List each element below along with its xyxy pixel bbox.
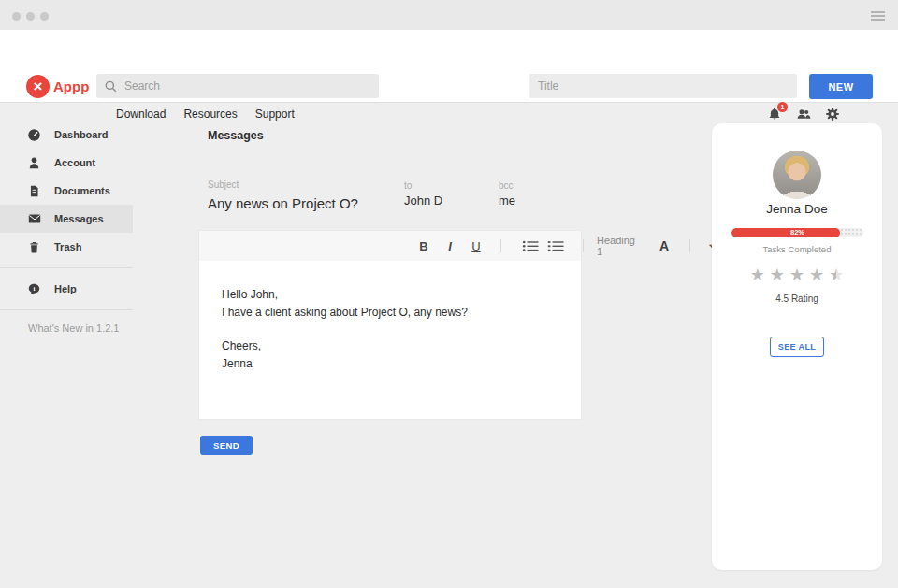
message-line: Hello John, bbox=[222, 286, 468, 304]
tasks-progress-value: 82% bbox=[731, 228, 863, 237]
profile-card: Jenna Doe 82% Tasks Completed ★ ★ ★ ★ ★★… bbox=[712, 123, 882, 570]
title-input[interactable] bbox=[538, 79, 788, 93]
app-logo[interactable]: × Appp bbox=[26, 75, 89, 98]
message-editor: B I U bbox=[199, 231, 581, 419]
window-controls[interactable] bbox=[12, 12, 49, 21]
sidebar-item-help[interactable]: i Help bbox=[0, 275, 133, 303]
star-rating: ★ ★ ★ ★ ★★ bbox=[712, 266, 882, 283]
message-line: Cheers, bbox=[222, 337, 468, 355]
message-line: I have a client asking about Project O, … bbox=[222, 304, 468, 322]
sidebar: Dashboard Account Documents Messages bbox=[0, 103, 133, 334]
search-input[interactable] bbox=[124, 79, 371, 93]
editor-toolbar: B I U bbox=[199, 231, 581, 261]
app-name: Appp bbox=[53, 79, 89, 94]
title-field-box[interactable] bbox=[529, 74, 797, 98]
search-icon bbox=[104, 79, 118, 93]
star-icon: ★ bbox=[809, 266, 824, 283]
subject-field[interactable]: Subject Any news on Project O? bbox=[208, 179, 358, 211]
notification-badge: 1 bbox=[777, 102, 788, 112]
star-icon: ★ bbox=[770, 266, 785, 283]
sidebar-item-documents[interactable]: Documents bbox=[0, 177, 133, 205]
numbered-list-icon bbox=[547, 239, 564, 252]
hamburger-menu-icon[interactable] bbox=[871, 11, 885, 21]
window-dot-icon[interactable] bbox=[12, 12, 21, 21]
numbered-list-button[interactable] bbox=[545, 231, 566, 261]
nav-link-resources[interactable]: Resources bbox=[183, 108, 237, 121]
help-bubble-icon: i bbox=[27, 282, 41, 296]
bcc-field[interactable]: bcc me bbox=[499, 180, 515, 208]
logo-x-icon: × bbox=[26, 75, 50, 98]
to-label: to bbox=[404, 180, 442, 191]
search-box[interactable] bbox=[96, 74, 379, 98]
header-nav: Download Resources Support bbox=[116, 108, 295, 121]
sidebar-item-messages[interactable]: Messages bbox=[0, 205, 133, 233]
sidebar-divider bbox=[0, 309, 133, 310]
trash-icon bbox=[27, 240, 41, 254]
dashboard-icon bbox=[27, 128, 41, 142]
toolbar-divider bbox=[583, 239, 584, 252]
settings-gear-icon[interactable] bbox=[825, 107, 840, 122]
subject-value[interactable]: Any news on Project O? bbox=[208, 195, 358, 211]
person-icon bbox=[27, 156, 41, 170]
toolbar-divider bbox=[500, 239, 501, 252]
sidebar-divider bbox=[0, 267, 133, 268]
notifications-bell-icon[interactable]: 1 bbox=[767, 107, 782, 122]
svg-text:i: i bbox=[34, 285, 36, 293]
header-icon-row: 1 bbox=[767, 107, 840, 122]
message-body-editor[interactable]: Hello John, I have a client asking about… bbox=[199, 261, 581, 419]
envelope-icon bbox=[27, 211, 42, 226]
half-star-icon: ★★ bbox=[829, 266, 844, 283]
app-header: × Appp Download Resources Support NEW bbox=[0, 30, 898, 103]
message-text: Hello John, I have a client asking about… bbox=[222, 286, 468, 373]
see-all-button[interactable]: SEE ALL bbox=[770, 337, 824, 357]
avatar bbox=[773, 151, 821, 199]
sidebar-item-trash[interactable]: Trash bbox=[0, 233, 133, 261]
tasks-progress-caption: Tasks Completed bbox=[712, 244, 882, 254]
to-value[interactable]: John D bbox=[404, 194, 442, 208]
font-color-button[interactable]: A bbox=[657, 231, 672, 261]
whats-new-link[interactable]: What's New in 1.2.1 bbox=[28, 323, 133, 334]
heading-style-button[interactable]: Heading 1 bbox=[597, 231, 644, 261]
bcc-value[interactable]: me bbox=[499, 194, 515, 208]
nav-link-support[interactable]: Support bbox=[255, 108, 295, 121]
underline-button[interactable]: U bbox=[469, 231, 484, 261]
bullet-list-icon bbox=[522, 239, 539, 252]
bullet-list-button[interactable] bbox=[520, 231, 541, 261]
to-field[interactable]: to John D bbox=[404, 180, 442, 208]
contacts-people-icon[interactable] bbox=[796, 107, 811, 122]
profile-name: Jenna Doe bbox=[712, 202, 882, 216]
sidebar-item-dashboard[interactable]: Dashboard bbox=[0, 121, 133, 149]
window-dot-icon[interactable] bbox=[40, 12, 49, 21]
message-line: Jenna bbox=[222, 355, 468, 373]
document-icon bbox=[27, 184, 41, 198]
rating-caption: 4.5 Rating bbox=[712, 294, 882, 304]
subject-label: Subject bbox=[208, 179, 358, 190]
window-titlebar bbox=[0, 0, 898, 30]
page-title: Messages bbox=[208, 129, 264, 142]
new-button[interactable]: NEW bbox=[809, 74, 873, 99]
italic-button[interactable]: I bbox=[443, 231, 456, 261]
send-button[interactable]: SEND bbox=[200, 436, 253, 455]
star-icon: ★ bbox=[750, 266, 765, 283]
sidebar-item-account[interactable]: Account bbox=[0, 149, 133, 177]
star-icon: ★ bbox=[789, 266, 804, 283]
bcc-label: bcc bbox=[499, 180, 515, 191]
bold-button[interactable]: B bbox=[416, 231, 431, 261]
app-window: × Appp Download Resources Support NEW bbox=[0, 0, 898, 588]
window-dot-icon[interactable] bbox=[26, 12, 35, 21]
toolbar-divider bbox=[689, 239, 690, 252]
